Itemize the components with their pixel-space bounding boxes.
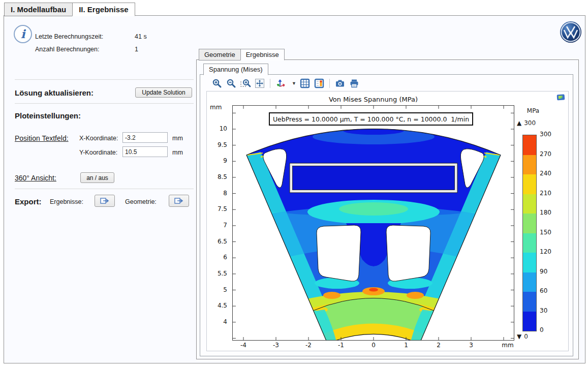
tab-ergebnisse-viewer[interactable]: Ergebnisse — [240, 49, 285, 60]
colorbar-tick-label: 60 — [540, 287, 547, 294]
plot-window-icon[interactable] — [556, 94, 566, 103]
colorbar-tick-label: 210 — [540, 190, 551, 197]
colorbar-tick-label: 30 — [540, 307, 547, 314]
y-tick-label: 7 — [223, 222, 227, 229]
export-geometry-button[interactable] — [169, 195, 189, 207]
export-icon — [100, 197, 109, 204]
export-results-label: Ergebnisse: — [50, 198, 83, 205]
y-tick-label: 6 — [223, 254, 227, 261]
toolbar-separator — [329, 79, 330, 88]
y-tick-label: 8.5 — [218, 173, 227, 180]
colorbar-segment — [523, 272, 536, 292]
info-icon: i — [13, 24, 33, 44]
results-page: i Letzte Berechnungszeit: 41 s Anzahl Be… — [4, 15, 585, 363]
x-tick-label: -4 — [240, 342, 246, 349]
colorbar-tick-label: 300 — [540, 131, 551, 138]
x-coordinate-field[interactable]: -3.2 — [122, 132, 168, 143]
view-360-toggle-button[interactable]: an / aus — [80, 172, 114, 183]
x-tick-label: 2 — [437, 342, 441, 349]
y-tick-label: 5 — [223, 286, 227, 293]
plot-title: Von Mises Spannung (MPa) — [232, 96, 514, 103]
colorbar-segment — [523, 233, 536, 253]
triangle-down-icon: ▼ — [517, 333, 521, 340]
colorbar-unit: MPa — [518, 107, 548, 114]
triangle-up-icon: ▲ — [517, 119, 521, 127]
colorbar-segment — [523, 174, 536, 194]
y-coordinate-unit: mm — [172, 149, 183, 156]
x-tick-label: 0 — [372, 342, 376, 349]
export-results-button[interactable] — [95, 195, 115, 207]
x-tick-label: -3 — [273, 342, 279, 349]
zoom-extents-icon[interactable] — [254, 78, 265, 89]
colorbar-segment — [523, 214, 536, 233]
tab-modellaufbau[interactable]: I. Modellaufbau — [4, 3, 72, 16]
print-icon[interactable] — [349, 78, 360, 89]
tab-ergebnisse[interactable]: II. Ergebnisse — [72, 3, 135, 16]
x-coordinate-unit: mm — [172, 135, 183, 142]
application-window: I. Modellaufbau II. Ergebnisse i Letzte … — [0, 0, 588, 366]
plot-tabstrip: Spannung (Mises) — [203, 64, 268, 75]
colorbar-tick-label: 240 — [540, 170, 551, 177]
x-coordinate-label: X-Koordinate: — [79, 135, 118, 142]
y-tick-label: 10 — [220, 125, 227, 132]
zoom-in-icon[interactable] — [211, 78, 223, 89]
colorbar-segment — [523, 155, 536, 175]
chevron-down-icon[interactable]: ▼ — [292, 81, 296, 86]
parameter-annotation: UebPress = 10.0000 µm, T = 100.000 °C, n… — [269, 112, 473, 126]
graphics-canvas[interactable]: Von Mises Spannung (MPa) mm — [206, 91, 569, 351]
main-tabstrip: I. Modellaufbau II. Ergebnisse — [4, 3, 135, 16]
x-tick-label: -2 — [305, 342, 312, 349]
update-solution-button[interactable]: Update Solution — [135, 87, 192, 98]
tab-geometrie[interactable]: Geometrie — [199, 49, 241, 60]
export-geometry-label: Geometrie: — [125, 198, 157, 205]
show-grid-icon[interactable] — [299, 78, 311, 89]
colorbar-labels: 3002702402101801501209060300 — [540, 135, 560, 330]
colorbar-tick-label: 270 — [540, 150, 551, 158]
colorbar-tick-label: 120 — [540, 248, 551, 255]
last-computation-label: Letzte Berechnungszeit: — [35, 33, 103, 40]
update-solution-label: Lösung aktualisieren: — [15, 88, 94, 97]
zoom-out-icon[interactable] — [226, 78, 237, 89]
y-tick-label: 9.5 — [218, 141, 227, 148]
zoom-box-icon[interactable] — [240, 78, 251, 89]
colorbar-max: ▲ 300 — [517, 119, 536, 127]
x-axis-unit: mm — [502, 342, 513, 349]
vw-logo — [560, 21, 582, 43]
colorbar-segment — [523, 292, 536, 312]
view-360-label: 360° Ansicht: — [15, 174, 56, 182]
tab-spannung-mises[interactable]: Spannung (Mises) — [203, 64, 268, 75]
y-tick-label: 4.5 — [218, 302, 227, 309]
colorbar-segment — [523, 135, 536, 155]
y-tick-label: 9 — [223, 157, 227, 164]
flux-barrier-left — [317, 225, 361, 281]
show-legend-icon[interactable] — [314, 78, 325, 89]
y-tick-label: 5.5 — [218, 270, 227, 277]
computation-count-label: Anzahl Berechnungen: — [35, 46, 99, 53]
toolbar-separator — [270, 79, 270, 88]
contour-field — [232, 105, 514, 341]
magnet — [293, 166, 455, 190]
go-to-default-view-icon[interactable] — [275, 78, 288, 89]
colorbar-segment — [523, 194, 536, 214]
x-tick-label: -1 — [338, 342, 344, 349]
y-tick-label: 4 — [223, 318, 227, 325]
y-tick-label: 8 — [223, 190, 227, 197]
y-coordinate-field[interactable]: 10.5 — [122, 146, 168, 157]
colorbar-tick-label: 180 — [540, 209, 551, 216]
flux-barrier-right — [386, 225, 430, 281]
graphics-toolbar: ▼ — [206, 77, 360, 90]
divider — [15, 79, 194, 80]
colorbar-segment — [523, 312, 536, 331]
image-snapshot-icon[interactable] — [334, 78, 346, 89]
colorbar-tick-label: 90 — [540, 268, 547, 275]
divider — [15, 189, 194, 189]
x-axis-labels: mm -4-3-2-10123 — [232, 342, 517, 350]
export-label: Export: — [15, 197, 42, 206]
colorbar-tick-label: 150 — [540, 229, 551, 236]
y-tick-label: 6.5 — [218, 238, 227, 245]
y-tick-label: 7.5 — [218, 205, 227, 212]
last-computation-value: 41 s — [135, 33, 147, 40]
stress-contour-plot — [232, 105, 514, 341]
viewer-tabstrip: Geometrie Ergebnisse — [199, 49, 285, 60]
colorbar — [522, 135, 537, 331]
